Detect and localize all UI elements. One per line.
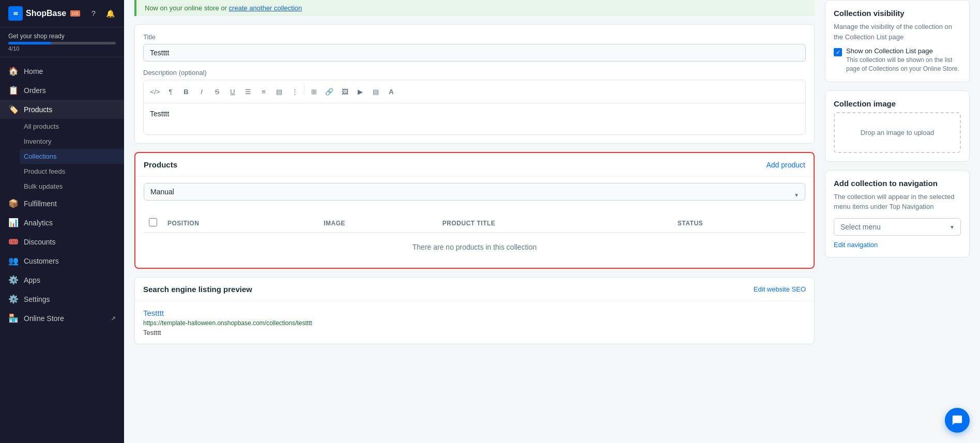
sidebar-item-label: Orders bbox=[24, 86, 46, 95]
toolbar-paragraph-btn[interactable]: ¶ bbox=[163, 84, 178, 99]
product-feeds-label: Product feeds bbox=[24, 167, 65, 175]
toolbar-align-center-btn[interactable]: ≡ bbox=[256, 84, 271, 99]
all-products-label: All products bbox=[24, 123, 59, 130]
sidebar-item-label: Analytics bbox=[24, 219, 53, 227]
edit-navigation-link[interactable]: Edit navigation bbox=[834, 241, 961, 249]
toolbar-table-btn[interactable]: ⊞ bbox=[307, 84, 321, 99]
apps-icon: ⚙️ bbox=[8, 275, 19, 285]
toolbar-align-left-btn[interactable]: ▤ bbox=[272, 84, 286, 99]
no-products-message: There are no products in this collection bbox=[144, 233, 805, 262]
sidebar-item-analytics[interactable]: 📊 Analytics bbox=[0, 213, 124, 232]
collections-label: Collections bbox=[24, 152, 57, 160]
table-th-title: Product title bbox=[437, 214, 672, 233]
sidebar-item-bulk-updates[interactable]: Bulk updates bbox=[24, 179, 124, 194]
seo-url: https://template-halloween.onshopbase.co… bbox=[143, 319, 806, 327]
sidebar-item-inventory[interactable]: Inventory bbox=[24, 134, 124, 149]
sidebar-item-label: Settings bbox=[24, 295, 50, 303]
inventory-label: Inventory bbox=[24, 138, 51, 145]
table-th-checkbox bbox=[144, 214, 162, 233]
products-table: Position Image Product title Status bbox=[144, 214, 805, 233]
sidebar-item-settings[interactable]: ⚙️ Settings bbox=[0, 289, 124, 309]
add-product-link[interactable]: Add product bbox=[767, 161, 806, 169]
sidebar-item-customers[interactable]: 👥 Customers bbox=[0, 251, 124, 270]
shop-setup-label: Get your shop ready bbox=[8, 33, 116, 40]
sidebar-item-discounts[interactable]: 🎟️ Discounts bbox=[0, 232, 124, 251]
sidebar: ✉ ShopBaseUS ? 🔔 Get your shop ready 4/1… bbox=[0, 0, 124, 443]
products-card-header: Products Add product bbox=[135, 153, 814, 177]
toolbar-align-right-btn[interactable]: ⋮ bbox=[287, 84, 302, 99]
toolbar-code-btn[interactable]: </> bbox=[148, 84, 162, 99]
discounts-icon: 🎟️ bbox=[8, 237, 19, 247]
navigation-desc: The collection will appear in the select… bbox=[834, 192, 961, 212]
sidebar-item-label: Fulfillment bbox=[24, 200, 57, 208]
content-area: Now on your online store or create anoth… bbox=[124, 0, 980, 443]
main-content: Now on your online store or create anoth… bbox=[124, 0, 980, 443]
top-banner: Now on your online store or create anoth… bbox=[134, 0, 815, 16]
seo-card-header: Search engine listing preview Edit websi… bbox=[135, 278, 814, 301]
sidebar-item-products[interactable]: 🏷️ Products bbox=[0, 100, 124, 119]
toolbar-underline-btn[interactable]: U bbox=[225, 84, 240, 99]
toolbar-ul-btn[interactable]: ☰ bbox=[241, 84, 255, 99]
toolbar-italic-btn[interactable]: I bbox=[194, 84, 209, 99]
visibility-checkbox-label: Show on Collection List page bbox=[846, 47, 961, 55]
brand-name: ShopBase bbox=[26, 9, 66, 18]
sidebar-item-label: Apps bbox=[24, 276, 40, 284]
table-th-status: Status bbox=[672, 214, 805, 233]
image-card-title: Collection image bbox=[834, 99, 961, 108]
visibility-checkbox[interactable] bbox=[834, 48, 842, 56]
toolbar-embed-btn[interactable]: ▶ bbox=[353, 84, 368, 99]
sidebar-nav: 🏠 Home 📋 Orders 🏷️ Products All products… bbox=[0, 57, 124, 443]
table-th-image: Image bbox=[318, 214, 437, 233]
sort-select-wrapper: ManualBest sellingTitle A-ZTitle Z-APric… bbox=[144, 183, 805, 207]
create-collection-link[interactable]: create another collection bbox=[229, 4, 302, 12]
drop-zone-label: Drop an image to upload bbox=[861, 129, 934, 136]
sidebar-item-label: Online Store bbox=[24, 314, 64, 323]
toolbar-link-btn[interactable]: 🔗 bbox=[322, 84, 336, 99]
visibility-checkbox-row: Show on Collection List page This collec… bbox=[834, 47, 961, 73]
sidebar-item-label: Home bbox=[24, 67, 43, 75]
settings-icon: ⚙️ bbox=[8, 294, 19, 304]
image-drop-zone[interactable]: Drop an image to upload bbox=[834, 112, 961, 153]
sidebar-item-orders[interactable]: 📋 Orders bbox=[0, 81, 124, 100]
progress-bar-bg bbox=[8, 42, 116, 44]
products-card-title: Products bbox=[144, 160, 177, 169]
title-label: Title bbox=[143, 33, 806, 41]
progress-label: 4/10 bbox=[8, 45, 116, 52]
navigation-card: Add collection to navigation The collect… bbox=[825, 170, 970, 257]
notification-icon[interactable]: 🔔 bbox=[104, 8, 116, 19]
sidebar-item-label: Products bbox=[24, 105, 52, 114]
sort-select[interactable]: ManualBest sellingTitle A-ZTitle Z-APric… bbox=[144, 183, 805, 201]
shop-setup: Get your shop ready 4/10 bbox=[0, 27, 124, 57]
fulfillment-icon: 📦 bbox=[8, 198, 19, 208]
brand-badge: US bbox=[70, 10, 80, 17]
table-header-row: Position Image Product title Status bbox=[144, 214, 805, 233]
seo-description: Testttt bbox=[143, 329, 806, 337]
sidebar-item-all-products[interactable]: All products bbox=[24, 119, 124, 134]
editor-toolbar: </> ¶ B I S U ☰ ≡ ▤ ⋮ ⊞ bbox=[144, 80, 805, 103]
toolbar-bold-btn[interactable]: B bbox=[179, 84, 193, 99]
menu-select[interactable]: Select menu bbox=[834, 218, 961, 236]
select-all-checkbox[interactable] bbox=[149, 218, 157, 226]
products-card-body: ManualBest sellingTitle A-ZTitle Z-APric… bbox=[135, 177, 814, 268]
chat-support-button[interactable] bbox=[945, 408, 970, 433]
toolbar-indent-btn[interactable]: ▤ bbox=[369, 84, 383, 99]
sidebar-item-online-store[interactable]: 🏪 Online Store ↗ bbox=[0, 309, 124, 328]
help-icon[interactable]: ? bbox=[88, 8, 99, 19]
toolbar-strikethrough-btn[interactable]: S bbox=[210, 84, 224, 99]
sidebar-item-product-feeds[interactable]: Product feeds bbox=[24, 164, 124, 179]
toolbar-image-btn[interactable]: 🖼 bbox=[338, 84, 352, 99]
image-card: Collection image Drop an image to upload bbox=[825, 90, 970, 162]
sidebar-item-apps[interactable]: ⚙️ Apps bbox=[0, 270, 124, 289]
title-input[interactable] bbox=[143, 44, 806, 62]
editor-content[interactable]: Testttt bbox=[144, 103, 805, 134]
edit-seo-link[interactable]: Edit website SEO bbox=[754, 285, 806, 293]
sidebar-item-fulfillment[interactable]: 📦 Fulfillment bbox=[0, 194, 124, 213]
brand-logo[interactable]: ✉ ShopBaseUS bbox=[8, 6, 80, 21]
sidebar-item-home[interactable]: 🏠 Home bbox=[0, 62, 124, 81]
logo-icon: ✉ bbox=[8, 6, 23, 21]
toolbar-font-btn[interactable]: A bbox=[384, 84, 399, 99]
sidebar-item-collections[interactable]: Collections bbox=[20, 149, 124, 164]
visibility-title: Collection visibility bbox=[834, 9, 961, 18]
customers-icon: 👥 bbox=[8, 256, 19, 266]
toolbar-sep-1 bbox=[304, 84, 304, 95]
